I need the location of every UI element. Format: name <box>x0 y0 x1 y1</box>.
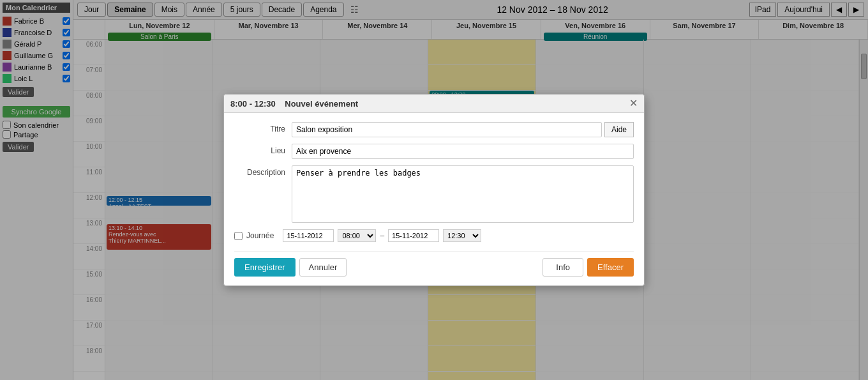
datetime-row: Journée 08:00 – 12:30 <box>234 229 634 242</box>
enregistrer-button[interactable]: Enregistrer <box>234 258 296 277</box>
modal-header: 8:00 - 12:30 Nouvel événement ✕ <box>224 95 644 113</box>
actions-right: Info Effacer <box>542 258 634 277</box>
time-start-select[interactable]: 08:00 <box>338 229 376 242</box>
modal-actions: Enregistrer Annuler Info Effacer <box>234 251 634 277</box>
modal-overlay: 8:00 - 12:30 Nouvel événement ✕ Titre Ai… <box>0 0 868 380</box>
description-textarea[interactable]: Penser à prendre les badges <box>292 165 634 223</box>
aide-button[interactable]: Aide <box>604 122 634 137</box>
modal-header-time: 8:00 - 12:30 <box>230 99 276 109</box>
titre-label: Titre <box>234 122 292 133</box>
lieu-input[interactable] <box>292 144 634 159</box>
date-separator: – <box>380 231 384 240</box>
titre-row: Titre Aide <box>234 122 634 137</box>
modal-title: 8:00 - 12:30 Nouvel événement <box>230 99 358 109</box>
date-start-input[interactable] <box>283 229 334 242</box>
time-end-select[interactable]: 12:30 <box>443 229 481 242</box>
lieu-label: Lieu <box>234 144 292 155</box>
journee-checkbox[interactable] <box>234 232 243 240</box>
effacer-button[interactable]: Effacer <box>587 258 634 277</box>
event-modal: 8:00 - 12:30 Nouvel événement ✕ Titre Ai… <box>223 94 645 286</box>
actions-left: Enregistrer Annuler <box>234 258 347 277</box>
lieu-row: Lieu <box>234 144 634 159</box>
modal-close-button[interactable]: ✕ <box>629 98 638 109</box>
journee-label: Journée <box>246 231 274 240</box>
annuler-button[interactable]: Annuler <box>299 258 347 277</box>
date-end-input[interactable] <box>388 229 439 242</box>
info-button[interactable]: Info <box>542 258 583 277</box>
titre-input-group: Aide <box>292 122 634 137</box>
titre-input[interactable] <box>292 122 602 137</box>
modal-header-title: Nouvel événement <box>285 99 358 109</box>
description-row: Description Penser à prendre les badges <box>234 165 634 223</box>
description-label: Description <box>234 165 292 177</box>
modal-body: Titre Aide Lieu Description Penser à pre… <box>224 113 644 285</box>
